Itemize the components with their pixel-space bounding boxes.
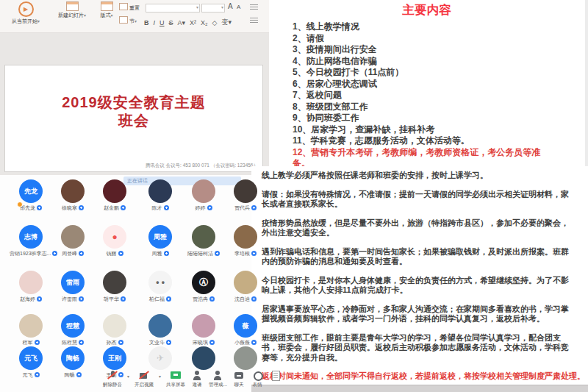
audio-badge-icon (79, 251, 84, 256)
participant-cell[interactable]: 雷雨许雷雨 (51, 271, 94, 313)
powerpoint-window: ▶ 从当前开始▾ 新建幻灯片▾ 版式▾ 重置 节▾ A A BIUSA▾X²X₂… (0, 0, 269, 392)
content-list-item: 4、防止网络电信诈骗 (293, 56, 584, 68)
content-list-item: 10、居家学习，查漏补缺，挂科补考 (293, 124, 584, 136)
font-name-combo[interactable] (146, 4, 200, 13)
content-list-item: 7、返校问题 (293, 90, 584, 101)
participant-avatar-photo (19, 314, 43, 338)
numbered-list-icon[interactable] (250, 18, 258, 24)
participant-cell[interactable]: 李培根 (224, 225, 267, 268)
section-icon (119, 16, 128, 24)
participant-avatar-initials: 王刚 (103, 346, 126, 370)
new-slide-icon (66, 1, 79, 11)
participant-cell[interactable]: 婷婷 (182, 179, 225, 222)
audio-badge-icon (164, 205, 169, 210)
participant-cell[interactable]: 陈才 (139, 179, 182, 222)
audio-badge-icon (164, 251, 169, 256)
toolbar-caret-icon[interactable]: ▾ (127, 374, 129, 379)
content-list-item: 5、今日校园打卡（11点前） (293, 67, 584, 79)
participant-cell[interactable]: 胡平华 (93, 271, 136, 313)
reset-button[interactable]: 重置 (119, 3, 146, 12)
format-button[interactable]: X₂ (201, 19, 208, 26)
participant-name: 周登峰 (51, 251, 94, 257)
toolbar-caret-icon[interactable]: ▾ (159, 374, 161, 379)
participant-cell[interactable]: 赵海婷 (10, 271, 52, 313)
audio-badge-icon (209, 296, 215, 302)
notes-paragraph: 今日校园打卡，是对你本人身体健康，安全的负责任的方式，希望继续坚持。为了不影响上… (262, 276, 570, 296)
ppt-slide-canvas[interactable]: 2019级安全教育主题 班会 腾讯会议 会议号: 453 800 071 （会议… (4, 65, 263, 172)
participant-avatar-photo (103, 314, 126, 338)
participant-name: 小薇薇 (224, 340, 267, 346)
format-button[interactable]: S (169, 19, 173, 26)
toolbar-mic-off-button[interactable]: 解除静音 (103, 370, 122, 388)
toolbar-members-button[interactable]: 管理成... (209, 370, 227, 388)
increase-font-button[interactable]: A (228, 2, 233, 10)
participant-cell[interactable]: 徐晓寒 (51, 179, 94, 222)
reset-icon (119, 3, 128, 10)
format-button[interactable]: 变▾ (221, 18, 232, 27)
participant-cell[interactable]: 陆陆陆柯洁 (182, 225, 225, 268)
play-icon: ▶ (18, 1, 34, 17)
participant-cell[interactable]: 赵金鹏 (93, 179, 136, 222)
taskbar-strip (251, 385, 588, 392)
participant-avatar-photo (103, 179, 126, 203)
start-from-current-button[interactable]: ▶ 从当前开始▾ (4, 0, 47, 25)
participant-avatar-photo (192, 346, 215, 370)
audio-badge-icon (251, 205, 257, 210)
participant-avatar-initials: 程慧 (61, 314, 85, 338)
share-icon (169, 370, 182, 381)
decrease-font-button[interactable]: A (237, 4, 240, 10)
toolbar-chat-button[interactable]: 聊天 (232, 370, 245, 388)
participant-avatar-photo (192, 179, 215, 203)
meeting-toolbar: 解除静音▾开启视频▾共享屏幕邀请管理成...聊天表情 (103, 370, 282, 388)
notes-panel: 线上教学必须严格按照任课老师和班委的安排，按时上课学习。请假：如果没有特殊情况，… (251, 166, 588, 392)
cam-off-icon (137, 370, 151, 381)
participant-name: 贾浩冉 (182, 296, 225, 302)
participant-cell[interactable]: 周登峰 (51, 225, 94, 268)
new-slide-button[interactable]: 新建幻灯片▾ (53, 0, 91, 19)
format-button[interactable]: I (154, 19, 156, 26)
scrollbar[interactable] (585, 0, 588, 166)
layout-button[interactable]: 版式▾ (94, 0, 119, 19)
format-button[interactable]: X² (190, 19, 196, 26)
participant-avatar-photo (234, 179, 257, 203)
toolbar-record-button[interactable]: 表情 (251, 370, 264, 388)
participant-avatar-photo: Ⓐ (192, 271, 215, 294)
participant-cell[interactable]: 沈自迪 (224, 271, 267, 313)
audio-badge-icon (209, 340, 215, 345)
toolbar-doc-button[interactable] (269, 370, 282, 382)
participant-name: 陈程慧 (51, 340, 94, 346)
content-slide-panel: 主要内容 1、线上教学情况2、请假3、疫情期间出行安全4、防止网络电信诈骗5、今… (269, 0, 584, 167)
chat-icon (232, 370, 245, 381)
toolbar-cam-off-button[interactable]: 开启视频 (135, 370, 154, 388)
participant-name: 钱丽 (93, 251, 136, 257)
participant-cell[interactable]: 周雅周雅 (139, 225, 182, 268)
participant-cell[interactable]: 贾代兵 (224, 179, 267, 222)
participant-gallery: 正在讲话 先龙邵先龙徐晓寒赵金鹏陈才婷婷贾代兵志博营销1923班李志...周登峰… (0, 175, 269, 392)
participant-avatar-initials: 周雅 (148, 225, 172, 249)
toolbar-share-button[interactable]: 共享屏幕 (166, 370, 185, 388)
participant-name: 程军 (10, 340, 52, 346)
toolbar-invite-button[interactable]: 邀请 (190, 370, 204, 388)
content-slide-title: 主要内容 (269, 2, 584, 18)
participant-cell[interactable]: 元飞元飞 (10, 346, 52, 389)
format-button[interactable]: U (159, 19, 165, 26)
section-button[interactable]: 节▾ (119, 16, 146, 25)
participant-cell[interactable]: 志博营销1923班李志... (10, 225, 52, 268)
participant-name: 赵金鹏 (93, 205, 136, 211)
format-button[interactable]: A▾ (178, 19, 186, 26)
record-icon (251, 370, 264, 381)
participant-name: 宋晓琪 (182, 340, 225, 346)
audio-badge-icon (121, 296, 126, 302)
participant-cell[interactable]: ●钱丽 (93, 225, 136, 268)
bullet-list-icon[interactable] (250, 4, 258, 11)
participant-cell[interactable]: 先龙邵先龙 (10, 179, 52, 222)
font-size-combo[interactable] (201, 4, 225, 13)
participant-cell[interactable]: Ⓐ贾浩冉 (182, 271, 225, 313)
participant-avatar-initials: 雷雨 (61, 271, 85, 294)
participant-cell[interactable]: • •柏仁福 (139, 271, 182, 313)
format-button[interactable]: ◇ (212, 19, 218, 26)
format-button[interactable]: B (144, 19, 149, 26)
participant-cell[interactable]: 陶畅陶畅 (51, 346, 94, 389)
toolbar-label: 开启视频 (135, 382, 154, 388)
notes-paragraph: 遇到诈骗电话和信息，要第一时间告知家长；如果被骗取钱财，及时派出所报案。班群内的… (262, 247, 570, 267)
